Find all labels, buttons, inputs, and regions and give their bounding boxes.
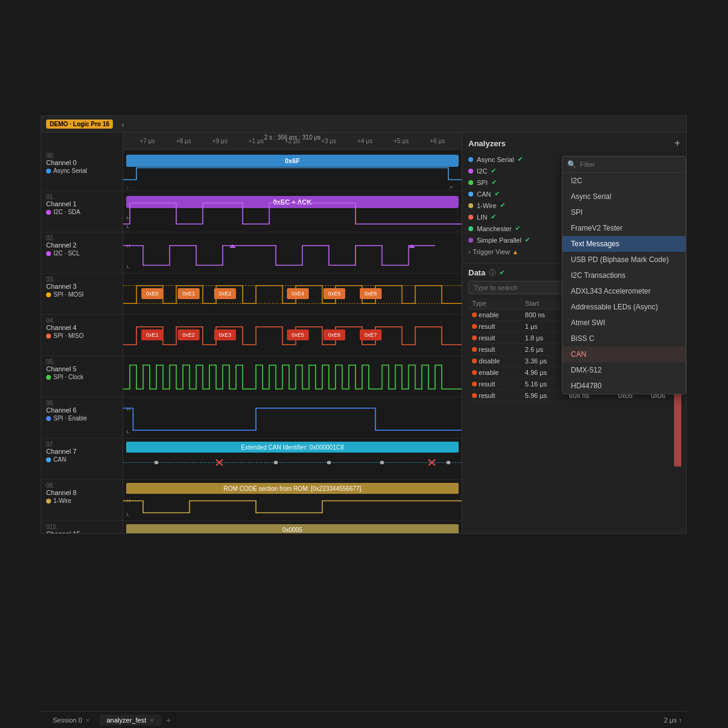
waveform-row-ch15: 0x0005 H L ⚠ This capture contains simul… bbox=[123, 521, 462, 533]
zoom-label: 2 μs ↑ bbox=[664, 716, 682, 724]
hex-chip: 0xE5 bbox=[323, 288, 345, 299]
hex-chip: 0xE7 bbox=[360, 329, 382, 340]
hex-chip: 0xE5 bbox=[287, 329, 309, 340]
svg-text:↑: ↑ bbox=[126, 184, 129, 190]
tab-close-analyzer-fest[interactable]: × bbox=[150, 716, 153, 724]
dropdown-filter: 🔍 bbox=[562, 157, 686, 173]
svg-marker-6 bbox=[229, 244, 236, 248]
waveform-row-ch3: 0xE0 0xE1 0xE2 0xE4 0xE5 0xE6 bbox=[123, 274, 462, 315]
waveform-row-ch7: Extended CAN Identifier: 0x000001C8 bbox=[123, 439, 462, 480]
svg-point-15 bbox=[380, 460, 384, 464]
svg-point-14 bbox=[327, 460, 331, 464]
channel-item: 03. Channel 3 SPI · MOSI bbox=[41, 274, 123, 315]
hex-chip: 0xE0 bbox=[141, 288, 163, 299]
waveform-row-ch6: H L bbox=[123, 397, 462, 439]
dropdown-item-addressable-leds[interactable]: Addressable LEDs (Async) bbox=[562, 299, 686, 315]
svg-text:H: H bbox=[126, 406, 130, 411]
dropdown-item-dmx512[interactable]: DMX-512 bbox=[562, 362, 686, 378]
channel-item: 01. Channel 1 I2C · SDA bbox=[41, 191, 123, 232]
time-center-label: 2 s : 366 ms : 310 μs bbox=[264, 134, 320, 141]
collapse-button[interactable]: ‹ bbox=[121, 120, 124, 129]
svg-point-13 bbox=[274, 460, 278, 464]
data-title: Data bbox=[468, 268, 485, 277]
dropdown-item-async-serial[interactable]: Async Serial bbox=[562, 189, 686, 204]
time-ruler: 2 s : 366 ms : 310 μs +7 μs +8 μs +9 μs … bbox=[123, 133, 462, 150]
waveform-row-ch8: ROM CODE section from ROM: [0x2233445566… bbox=[123, 480, 462, 521]
svg-text:L: L bbox=[126, 511, 129, 517]
hex-chip: 0xE4 bbox=[287, 288, 309, 299]
tab-analyzer-fest[interactable]: analyzer_fest × bbox=[99, 715, 161, 726]
svg-text:L: L bbox=[126, 224, 129, 229]
ch0-wave: ↑ ↗ bbox=[123, 150, 462, 190]
hex-chip: 0xE1 bbox=[141, 329, 163, 340]
channel-list: 00. Channel 0 Async Serial 01. Channel 1… bbox=[41, 133, 123, 533]
waveform-row-ch5 bbox=[123, 356, 462, 397]
hex-chip: 0xE2 bbox=[214, 288, 236, 299]
hex-chip: 0xE6 bbox=[323, 329, 345, 340]
add-analyzer-button[interactable]: + bbox=[675, 138, 680, 149]
svg-text:L: L bbox=[126, 264, 129, 269]
demo-label: DEMO · Logic Pro 16 bbox=[46, 120, 113, 129]
channel-item: 02. Channel 2 I2C · SCL bbox=[41, 232, 123, 274]
analyzers-title: Analyzers bbox=[468, 139, 505, 148]
dropdown-item-can[interactable]: CAN bbox=[562, 346, 686, 362]
dropdown-item-atmel-swi[interactable]: Atmel SWI bbox=[562, 315, 686, 331]
dropdown-item-hd44780[interactable]: HD44780 bbox=[562, 378, 686, 394]
channel-item: 015. Channel 15 Simple Parallel · Clo... bbox=[41, 521, 123, 533]
zoom-indicator: 2 μs ↑ bbox=[664, 716, 682, 724]
bottom-tabs: Session 0 × analyzer_fest × + 2 μs ↑ bbox=[41, 711, 687, 728]
ch2-wave: H L bbox=[123, 232, 462, 273]
dropdown-item-text-messages[interactable]: Text Messages bbox=[562, 236, 686, 252]
dropdown-item-biss-c[interactable]: BiSS C bbox=[562, 331, 686, 346]
col-start: Start bbox=[521, 298, 565, 309]
app-container: DEMO · Logic Pro 16 ‹ 00. Channel 0 Asyn… bbox=[41, 115, 687, 534]
tab-add-button[interactable]: + bbox=[166, 715, 171, 725]
ch5-wave bbox=[123, 356, 462, 397]
channel-item: 00. Channel 0 Async Serial bbox=[41, 150, 123, 191]
data-status-icon: ✔ bbox=[499, 269, 505, 277]
dropdown-item-usb-pd[interactable]: USB PD (Biphase Mark Code) bbox=[562, 252, 686, 268]
channel-item: 04. Channel 4 SPI · MISO bbox=[41, 315, 123, 356]
ch8-wave: H L bbox=[123, 480, 462, 521]
channel-item: 08. Channel 8 1-Wire bbox=[41, 480, 123, 521]
dropdown-item-i2c-transactions[interactable]: I2C Transactions bbox=[562, 268, 686, 283]
tab-session0[interactable]: Session 0 × bbox=[46, 715, 97, 726]
svg-text:↗: ↗ bbox=[448, 184, 453, 190]
hex-chip: 0xE6 bbox=[360, 288, 382, 299]
waveform-row-ch0: 0x6F ↑ ↗ bbox=[123, 150, 462, 191]
waveform-rows: 0x6F ↑ ↗ 0xEC + ACK H L bbox=[123, 150, 462, 533]
ch7-wave bbox=[123, 439, 462, 479]
col-type: Type bbox=[468, 298, 521, 309]
ch15-wave: H L bbox=[123, 521, 462, 533]
waveform-area[interactable]: 2 s : 366 ms : 310 μs +7 μs +8 μs +9 μs … bbox=[123, 133, 462, 533]
hex-chip: 0xE2 bbox=[178, 329, 200, 340]
waveform-row-ch2: H L bbox=[123, 232, 462, 274]
info-icon: ⓘ bbox=[489, 268, 496, 277]
hex-chip: 0xE1 bbox=[178, 288, 200, 299]
channel-item: 06. Channel 6 SPI · Enable bbox=[41, 397, 123, 439]
svg-text:L: L bbox=[126, 429, 129, 434]
channel-item: 05. Channel 5 SPI · Clock bbox=[41, 356, 123, 397]
waveform-row-ch1: 0xEC + ACK H L bbox=[123, 191, 462, 232]
ch6-wave: H L bbox=[123, 397, 462, 438]
svg-marker-7 bbox=[408, 244, 415, 248]
chevron-right-icon: › bbox=[468, 249, 470, 255]
dropdown-item-adxl343[interactable]: ADXL343 Accelerometer bbox=[562, 283, 686, 299]
svg-point-18 bbox=[447, 460, 451, 464]
filter-search-icon: 🔍 bbox=[567, 160, 576, 169]
top-bar: DEMO · Logic Pro 16 ‹ bbox=[41, 116, 686, 133]
main-content: 00. Channel 0 Async Serial 01. Channel 1… bbox=[41, 133, 686, 533]
hex-chip: 0xE3 bbox=[214, 329, 236, 340]
analyzer-dropdown: 🔍 I2C Async Serial SPI FrameV2 Tester Te… bbox=[562, 156, 686, 394]
dropdown-item-i2c[interactable]: I2C bbox=[562, 173, 686, 189]
dropdown-item-spi[interactable]: SPI bbox=[562, 204, 686, 220]
right-panel: ▶ ⚙ ① ✎ ⊞ 💬 ≡ Analyzers + Async Serial ✔ bbox=[462, 133, 686, 533]
ch1-wave: H L bbox=[123, 191, 462, 232]
channel-item: 07. Channel 7 CAN bbox=[41, 439, 123, 480]
analyzers-header: Analyzers + bbox=[468, 138, 680, 149]
waveform-row-ch4: 0xE1 0xE2 0xE3 0xE5 0xE6 0xE7 bbox=[123, 315, 462, 356]
dropdown-item-framev2[interactable]: FrameV2 Tester bbox=[562, 220, 686, 236]
tab-close-session0[interactable]: × bbox=[86, 716, 89, 724]
svg-text:H: H bbox=[126, 215, 130, 221]
filter-input[interactable] bbox=[580, 161, 681, 168]
